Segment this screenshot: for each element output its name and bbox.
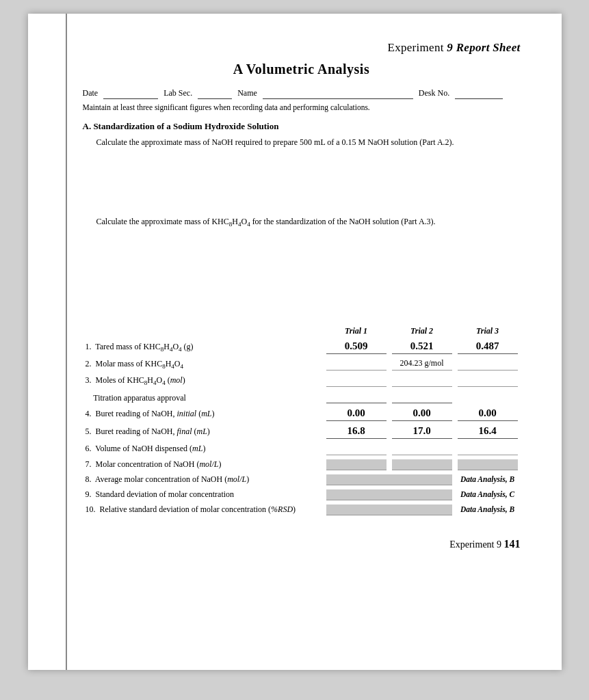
table-row: 6. Volume of NaOH dispensed (mL) — [83, 441, 521, 457]
approval-trial3 — [455, 389, 521, 405]
calc2-prompt: Calculate the approximate mass of KHC8H4… — [96, 215, 521, 230]
row3-label: 3. Moles of KHC8H4O4 (mol) — [83, 373, 324, 389]
row8-num: 8. — [86, 474, 92, 484]
data-table-wrapper: Trial 1 Trial 2 Trial 3 1. Tared mass of… — [83, 324, 521, 517]
row8-label: 8. Average molar concentration of NaOH (… — [83, 472, 324, 487]
row6-label: 6. Volume of NaOH dispensed (mL) — [83, 441, 324, 457]
row7-trial3-shaded — [458, 459, 518, 470]
row10-ref-text: Data Analysis, B — [460, 505, 514, 513]
col-header-trial1: Trial 1 — [324, 324, 389, 338]
name-field[interactable] — [263, 88, 413, 99]
row2-num: 2. — [86, 359, 92, 368]
lab-sec-field[interactable] — [198, 88, 232, 99]
footer: Experiment 9 141 — [83, 538, 521, 550]
left-border — [66, 14, 67, 670]
row1-label: 1. Tared mass of KHC8H4O4 (g) — [83, 338, 324, 356]
row6-trial3-blank — [458, 443, 518, 455]
col-header-trial3: Trial 3 — [455, 324, 521, 338]
row3-num: 3. — [86, 375, 92, 385]
table-row: 4. Buret reading of NaOH, initial (mL) 0… — [83, 405, 521, 423]
row5-trial2-value: 17.0 — [392, 425, 452, 439]
row4-trial2-value: 0.00 — [392, 407, 452, 421]
row4-trial3: 0.00 — [455, 405, 521, 423]
row2-trial1 — [324, 356, 389, 373]
name-label: Name — [237, 88, 257, 98]
section-a-title: A. Standardization of a Sodium Hydroxide… — [83, 121, 521, 132]
row2-trial2: 204.23 g/mol — [389, 356, 455, 373]
row2-label: 2. Molar mass of KHC8H4O4 — [83, 356, 324, 373]
table-row: 3. Moles of KHC8H4O4 (mol) — [83, 373, 521, 389]
table-row: 10. Relative standard deviation of molar… — [83, 502, 521, 517]
row5-trial3-value: 16.4 — [458, 425, 518, 439]
row7-trial3 — [455, 457, 521, 472]
row8-shaded — [324, 472, 455, 487]
row9-shaded-block — [326, 489, 452, 500]
subtitle: A Volumetric Analysis — [83, 62, 521, 77]
row1-trial3: 0.487 — [455, 338, 521, 356]
row7-trial2-shaded — [392, 459, 452, 470]
calc1-prompt: Calculate the approximate mass of NaOH r… — [96, 136, 521, 148]
row9-shaded — [324, 487, 455, 502]
row6-trial2-blank — [392, 443, 452, 455]
row9-label: 9. Standard deviation of molar concentra… — [83, 487, 324, 502]
row5-trial1-value: 16.8 — [326, 425, 387, 439]
row4-num: 4. — [86, 409, 92, 418]
row8-ref: Data Analysis, B — [455, 472, 521, 487]
date-field[interactable] — [103, 88, 158, 99]
row10-label: 10. Relative standard deviation of molar… — [83, 502, 324, 517]
row6-trial1-blank — [326, 443, 387, 455]
report-sheet-label: Report Sheet — [456, 41, 521, 54]
approval-line1 — [326, 391, 387, 403]
row4-label: 4. Buret reading of NaOH, initial (mL) — [83, 405, 324, 423]
row7-trial2 — [389, 457, 455, 472]
row10-ref: Data Analysis, B — [455, 502, 521, 517]
row1-trial3-value: 0.487 — [458, 340, 518, 354]
row9-ref-text: Data Analysis, C — [460, 490, 514, 498]
approval-label: Titration apparatus approval — [83, 389, 324, 405]
row2-trial3-blank — [458, 358, 518, 371]
date-label: Date — [83, 88, 99, 98]
row3-trial3 — [455, 373, 521, 389]
footer-label: Experiment 9 — [449, 539, 501, 550]
table-row: 5. Buret reading of NaOH, final (mL) 16.… — [83, 423, 521, 441]
row9-ref: Data Analysis, C — [455, 487, 521, 502]
desk-no-field[interactable] — [455, 88, 503, 99]
row5-trial2: 17.0 — [389, 423, 455, 441]
row1-trial2: 0.521 — [389, 338, 455, 356]
row10-shaded — [324, 502, 455, 517]
approval-trial1 — [324, 389, 389, 405]
experiment-label: Experiment — [387, 41, 443, 54]
row2-trial2-value: 204.23 g/mol — [392, 358, 452, 371]
table-row: 7. Molar concentration of NaOH (mol/L) — [83, 457, 521, 472]
row3-trial1-blank — [326, 375, 387, 387]
header: Experiment 9 Report Sheet — [83, 41, 521, 55]
row3-trial1 — [324, 373, 389, 389]
row8-shaded-block — [326, 474, 452, 485]
table-row: 1. Tared mass of KHC8H4O4 (g) 0.509 0.52… — [83, 338, 521, 356]
row7-num: 7. — [86, 459, 92, 469]
table-row: 2. Molar mass of KHC8H4O4 204.23 g/mol — [83, 356, 521, 373]
row6-trial1 — [324, 441, 389, 457]
experiment-number: 9 — [447, 41, 453, 54]
page: Experiment 9 Report Sheet A Volumetric A… — [28, 14, 562, 670]
calc1-space — [83, 154, 521, 215]
row5-num: 5. — [86, 427, 92, 436]
col-header-trial2: Trial 2 — [389, 324, 455, 338]
form-line: Date Lab Sec. Name Desk No. — [83, 88, 521, 99]
row6-trial3 — [455, 441, 521, 457]
desk-no-label: Desk No. — [419, 88, 449, 98]
note: Maintain at least three significant figu… — [83, 103, 521, 111]
page-number: 141 — [504, 538, 521, 550]
row6-trial2 — [389, 441, 455, 457]
row10-num: 10. — [86, 504, 96, 514]
row7-label: 7. Molar concentration of NaOH (mol/L) — [83, 457, 324, 472]
data-table: Trial 1 Trial 2 Trial 3 1. Tared mass of… — [83, 324, 521, 517]
row1-trial1-value: 0.509 — [326, 340, 387, 354]
row1-trial1: 0.509 — [324, 338, 389, 356]
approval-trial2 — [389, 389, 455, 405]
row4-trial3-value: 0.00 — [458, 407, 518, 421]
table-row: 9. Standard deviation of molar concentra… — [83, 487, 521, 502]
report-title: Experiment 9 Report Sheet — [83, 41, 521, 55]
lab-sec-label: Lab Sec. — [163, 88, 192, 98]
row2-trial1-blank — [326, 358, 387, 371]
